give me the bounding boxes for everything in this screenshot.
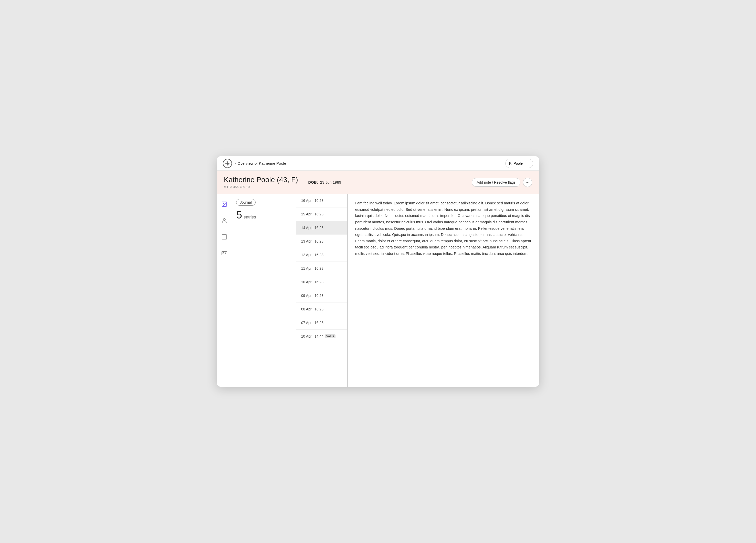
timeline-date: 10 Apr | 14:44: [301, 334, 323, 338]
more-dots-icon: ···: [526, 180, 529, 185]
user-pill[interactable]: K. Poole ⋮: [505, 159, 533, 168]
sidebar-item-list[interactable]: [219, 232, 229, 242]
timeline-date: 09 Apr | 16:23: [301, 294, 323, 298]
patient-name: Katherine Poole (43, F): [224, 176, 298, 184]
timeline-item[interactable]: 13 Apr | 16:23: [296, 235, 347, 248]
svg-rect-11: [223, 253, 224, 254]
timeline-item[interactable]: 11 Apr | 16:23: [296, 262, 347, 275]
back-label: Overview of Katherine Poole: [237, 161, 286, 165]
svg-point-4: [223, 203, 224, 204]
timeline-item[interactable]: 10 Apr | 14:44Value: [296, 330, 347, 343]
timeline-item[interactable]: 10 Apr | 16:23: [296, 275, 347, 289]
timeline-date: 10 Apr | 16:23: [301, 280, 323, 284]
timeline-date: 08 Apr | 16:23: [301, 307, 323, 311]
timeline-date: 16 Apr | 16:23: [301, 199, 323, 203]
sidebar-item-gallery[interactable]: [219, 199, 229, 209]
content-panel: I am feeling well today. Lorem ipsum dol…: [347, 194, 539, 387]
app-window: ‹ Overview of Katherine Poole K. Poole ⋮…: [217, 156, 539, 387]
timeline-date: 15 Apr | 16:23: [301, 212, 323, 216]
timeline-item[interactable]: 08 Apr | 16:23: [296, 302, 347, 316]
left-panel: Journal 5 entries: [232, 194, 296, 387]
timeline-panel: 16 Apr | 16:2315 Apr | 16:2314 Apr | 16:…: [296, 194, 347, 387]
patient-header: Katherine Poole (43, F) # 123 456 789 10…: [217, 171, 539, 194]
patient-header-actions: Add note / Resolve flags ···: [472, 178, 532, 187]
sidebar-nav: [217, 194, 232, 387]
entries-label: entries: [244, 215, 256, 220]
top-bar-left: ‹ Overview of Katherine Poole: [223, 159, 286, 168]
back-button[interactable]: ‹ Overview of Katherine Poole: [235, 161, 286, 166]
top-bar-right: K. Poole ⋮: [505, 159, 533, 168]
svg-rect-10: [222, 252, 227, 255]
entry-text: I am feeling well today. Lorem ipsum dol…: [355, 200, 532, 257]
timeline-item[interactable]: 16 Apr | 16:23: [296, 194, 347, 207]
user-label: K. Poole: [509, 161, 523, 165]
timeline-badge: Value: [325, 334, 335, 338]
journal-tag[interactable]: Journal: [236, 199, 256, 206]
patient-id: # 123 456 789 10: [224, 185, 298, 189]
top-bar: ‹ Overview of Katherine Poole K. Poole ⋮: [217, 156, 539, 171]
app-icon: [223, 159, 232, 168]
dob-value: 23 Jun 1989: [320, 180, 341, 184]
entries-number: 5: [236, 209, 242, 221]
add-note-button[interactable]: Add note / Resolve flags: [472, 178, 520, 187]
timeline-date: 14 Apr | 16:23: [301, 226, 323, 230]
user-dots-icon: ⋮: [525, 161, 529, 166]
patient-dob: DOB: 23 Jun 1989: [308, 180, 341, 184]
timeline-item[interactable]: 14 Apr | 16:23: [296, 221, 347, 235]
timeline-date: 13 Apr | 16:23: [301, 239, 323, 243]
sidebar-item-person[interactable]: [219, 215, 229, 226]
timeline-item[interactable]: 12 Apr | 16:23: [296, 248, 347, 262]
timeline-date: 12 Apr | 16:23: [301, 253, 323, 257]
entries-count: 5 entries: [236, 209, 292, 221]
more-options-button[interactable]: ···: [523, 178, 532, 187]
timeline-item[interactable]: 15 Apr | 16:23: [296, 207, 347, 221]
dob-label: DOB:: [308, 180, 318, 184]
timeline-item[interactable]: 09 Apr | 16:23: [296, 289, 347, 302]
timeline-date: 07 Apr | 16:23: [301, 321, 323, 325]
timeline-date: 11 Apr | 16:23: [301, 266, 323, 270]
timeline-item[interactable]: 07 Apr | 16:23: [296, 316, 347, 330]
sidebar-item-photo[interactable]: [219, 248, 229, 258]
patient-info: Katherine Poole (43, F) # 123 456 789 10: [224, 176, 298, 189]
back-chevron-icon: ‹: [235, 161, 236, 166]
svg-point-5: [223, 218, 225, 221]
main-content: Journal 5 entries 16 Apr | 16:2315 Apr |…: [217, 194, 539, 387]
